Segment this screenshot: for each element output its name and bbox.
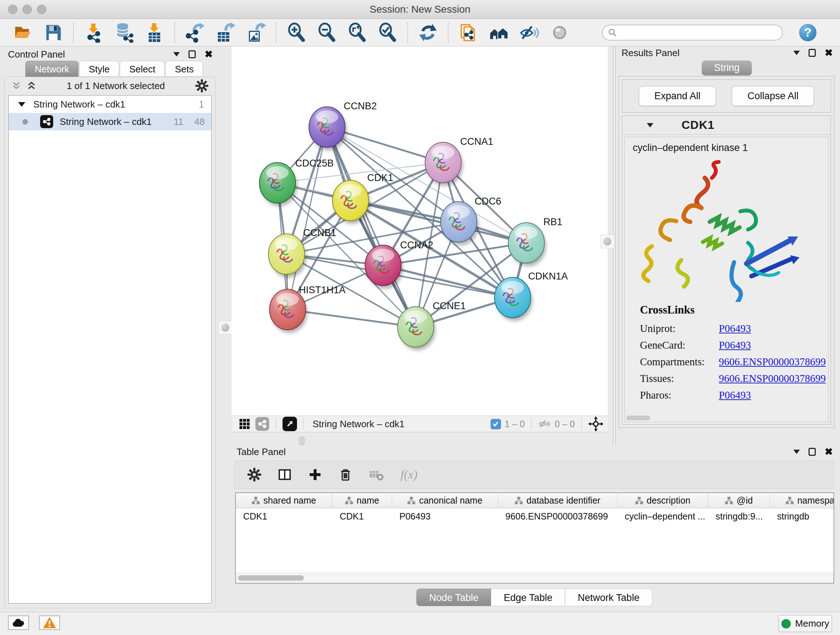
home-networks-button[interactable] bbox=[488, 22, 509, 43]
network-node-CCNA2[interactable] bbox=[365, 245, 403, 289]
tab-string[interactable]: String bbox=[702, 60, 752, 75]
section-collapse-icon[interactable] bbox=[647, 123, 653, 127]
tab-style[interactable]: Style bbox=[79, 61, 119, 77]
table-hscrollbar[interactable] bbox=[236, 573, 834, 583]
node-label-CDC6: CDC6 bbox=[475, 196, 501, 207]
column-header-canonical-name[interactable]: canonical name bbox=[392, 493, 498, 508]
zoom-window-button[interactable] bbox=[37, 5, 46, 14]
import-network-database-button[interactable] bbox=[114, 22, 134, 43]
network-node-CCNE1[interactable] bbox=[398, 307, 436, 350]
network-graph[interactable]: CCNB2CCNA1CDC25BCDK1CDC6RB1CCNB1CCNA2CDK… bbox=[232, 46, 608, 416]
expand-all-icon[interactable] bbox=[27, 81, 36, 91]
close-panel-icon[interactable]: ✖ bbox=[204, 51, 213, 58]
close-panel-icon[interactable]: ✖ bbox=[824, 448, 833, 455]
hscroll-thumb[interactable] bbox=[238, 575, 304, 581]
network-row[interactable]: String Network – cdk1 11 48 bbox=[9, 113, 211, 130]
delete-column-icon[interactable] bbox=[338, 467, 353, 482]
import-table-button[interactable] bbox=[144, 22, 165, 43]
float-panel-icon[interactable] bbox=[808, 448, 816, 456]
crosslink-link[interactable]: 9606.ENSP00000378699 bbox=[719, 372, 826, 385]
import-network-file-button[interactable] bbox=[83, 22, 104, 43]
tab-edge-table[interactable]: Edge Table bbox=[491, 589, 565, 606]
search-input[interactable] bbox=[621, 27, 777, 38]
network-canvas[interactable]: CCNB2CCNA1CDC25BCDK1CDC6RB1CCNB1CCNA2CDK… bbox=[232, 46, 608, 416]
right-splitter-handle[interactable] bbox=[600, 234, 614, 249]
warnings-button[interactable] bbox=[39, 616, 60, 630]
collapse-panel-icon[interactable] bbox=[793, 450, 800, 454]
cdk1-section-header[interactable]: CDK1 bbox=[622, 116, 831, 135]
crosslink-link[interactable]: P06493 bbox=[719, 389, 751, 401]
refresh-layout-button[interactable] bbox=[417, 22, 439, 43]
column-header-name[interactable]: name bbox=[332, 493, 392, 508]
grid-view-icon[interactable] bbox=[239, 418, 250, 430]
tab-node-table[interactable]: Node Table bbox=[416, 589, 491, 606]
collapse-all-button[interactable]: Collapse All bbox=[732, 86, 814, 106]
pan-crosshair-icon[interactable] bbox=[588, 416, 603, 432]
toolbar-search-field[interactable] bbox=[602, 25, 783, 41]
float-panel-icon[interactable] bbox=[188, 50, 196, 58]
network-node-RB1[interactable] bbox=[508, 223, 546, 266]
close-window-button[interactable] bbox=[8, 5, 17, 14]
network-node-CDKN1A[interactable] bbox=[494, 277, 532, 321]
column-header-shared-name[interactable]: shared name bbox=[236, 493, 332, 508]
zoom-fit-button[interactable] bbox=[347, 22, 368, 43]
string-app-button[interactable] bbox=[458, 22, 479, 43]
zoom-out-button[interactable] bbox=[316, 22, 337, 43]
close-panel-icon[interactable]: ✖ bbox=[824, 49, 833, 57]
edge-CCNB2-HIST1H1A[interactable] bbox=[287, 127, 327, 310]
network-node-CCNA1[interactable] bbox=[425, 142, 463, 186]
table-row[interactable]: CDK1CDK1P064939606.ENSP00000378699cyclin… bbox=[236, 508, 834, 524]
network-collection-row[interactable]: String Network – cdk1 1 bbox=[9, 96, 211, 113]
zoom-selected-button[interactable] bbox=[377, 22, 398, 43]
selected-nodes-checkbox[interactable] bbox=[491, 419, 501, 429]
column-header--id[interactable]: @id bbox=[708, 493, 770, 508]
crosslink-link[interactable]: 9606.ENSP00000378699 bbox=[719, 356, 826, 368]
open-session-button[interactable] bbox=[12, 22, 33, 43]
tab-select[interactable]: Select bbox=[120, 61, 164, 77]
crosslink-link[interactable]: P06493 bbox=[719, 323, 751, 334]
help-button[interactable]: ? bbox=[798, 23, 818, 42]
gear-icon[interactable] bbox=[195, 79, 209, 93]
edge-CCNB2-CCNE1[interactable] bbox=[327, 127, 416, 327]
network-node-HIST1H1A[interactable] bbox=[270, 289, 308, 333]
cloud-status-button[interactable] bbox=[8, 616, 29, 630]
tree-expand-icon[interactable] bbox=[18, 102, 25, 107]
export-network-button[interactable] bbox=[185, 22, 205, 43]
column-header-database-identifier[interactable]: database identifier bbox=[498, 493, 617, 508]
detach-view-button[interactable] bbox=[283, 417, 297, 431]
collapse-panel-icon[interactable] bbox=[173, 52, 180, 57]
toolbar-separator bbox=[407, 22, 408, 43]
tab-network-table[interactable]: Network Table bbox=[565, 589, 652, 606]
export-image-button[interactable] bbox=[245, 22, 266, 43]
node-label-CCNB2: CCNB2 bbox=[344, 101, 377, 111]
network-node-CDC6[interactable] bbox=[441, 202, 478, 245]
hide-panel-button[interactable] bbox=[519, 22, 540, 43]
network-node-CDK1[interactable] bbox=[332, 180, 370, 224]
save-session-button[interactable] bbox=[43, 22, 64, 43]
table-settings-gear-icon[interactable] bbox=[247, 467, 262, 482]
show-graphics-button[interactable] bbox=[549, 22, 570, 43]
zoom-in-button[interactable] bbox=[286, 22, 307, 43]
show-columns-icon[interactable] bbox=[278, 467, 292, 482]
crosslink-link[interactable]: P06493 bbox=[719, 339, 751, 351]
tab-network[interactable]: Network bbox=[25, 61, 79, 77]
memory-label: Memory bbox=[795, 618, 829, 629]
network-node-CCNB2[interactable] bbox=[309, 107, 347, 150]
network-node-CDC25B[interactable] bbox=[259, 163, 297, 206]
memory-button[interactable]: Memory bbox=[778, 615, 832, 632]
float-panel-icon[interactable] bbox=[808, 49, 816, 57]
add-column-icon[interactable] bbox=[308, 467, 322, 482]
results-hscroll-thumb[interactable] bbox=[626, 416, 650, 420]
minimize-window-button[interactable] bbox=[22, 5, 32, 14]
expand-all-button[interactable]: Expand All bbox=[639, 86, 716, 106]
tab-sets[interactable]: Sets bbox=[165, 61, 203, 77]
export-table-button[interactable] bbox=[215, 22, 236, 43]
node-count: 11 bbox=[174, 116, 183, 127]
left-splitter-handle[interactable] bbox=[218, 321, 232, 334]
column-header-namespace[interactable]: namespace bbox=[770, 493, 834, 508]
network-view-icon[interactable] bbox=[256, 417, 269, 431]
collapse-panel-icon[interactable] bbox=[793, 51, 800, 55]
collapse-all-icon[interactable] bbox=[11, 81, 21, 91]
column-header-description[interactable]: description bbox=[617, 493, 708, 508]
horizontal-splitter-handle[interactable] bbox=[299, 437, 305, 445]
